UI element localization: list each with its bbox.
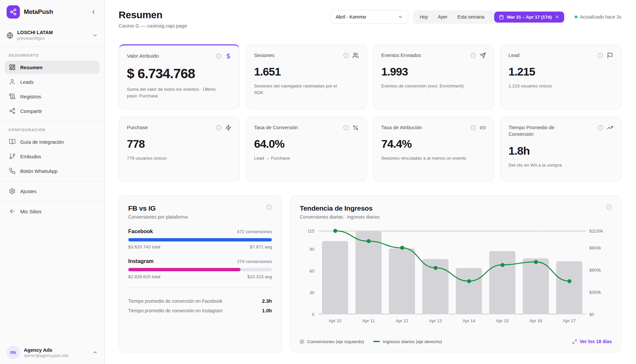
info-icon[interactable] <box>343 53 349 58</box>
kpi-title: Tasa de Conversión <box>254 124 298 131</box>
platform-bar-fill-0 <box>128 238 272 241</box>
info-icon[interactable] <box>606 204 612 210</box>
user-icon <box>9 78 16 85</box>
sidebar-item-resumen[interactable]: Resumen <box>5 61 100 74</box>
clear-date-range-icon[interactable] <box>555 15 559 19</box>
x-axis-label: Apr 16 <box>519 318 553 323</box>
status-text: Actualizado hace 3s <box>580 14 621 20</box>
kpi-description: Suma del valor de todos los eventos · Úl… <box>127 86 216 99</box>
sidebar-item-mis-sitios[interactable]: Mis Sitios <box>5 205 100 218</box>
info-icon[interactable] <box>216 125 222 130</box>
range-button-hoy[interactable]: Hoy <box>415 12 433 22</box>
sidebar-item-embudos[interactable]: Embudos <box>5 150 100 163</box>
axis-tick-label: $1130k <box>589 229 610 234</box>
scroll-icon <box>9 93 16 100</box>
time-value: 1.0h <box>262 308 272 313</box>
chevron-down-icon <box>398 14 403 20</box>
date-range-pill[interactable]: Mar 31 – Apr 17 (17d) <box>494 12 564 23</box>
info-icon[interactable] <box>343 125 349 130</box>
info-icon[interactable] <box>598 125 603 130</box>
fb-vs-ig-panel: FB vs IG Conversiones por plataforma Fac… <box>119 195 282 352</box>
globe-icon <box>7 32 13 39</box>
sidebar: MetaPush LOSCHI LATAM preview/d9gcx SEGU… <box>0 0 105 364</box>
line-point[interactable] <box>434 266 438 270</box>
legend-label: Conversiones (eje izquierdo) <box>307 339 364 344</box>
kpi-description: Sesiones vinculadas a al menos un evento <box>381 155 471 162</box>
kpi-title: Eventos Enviados <box>381 52 421 59</box>
platform-row-facebook: Facebook 472 conversiones $3.620.743 tot… <box>128 229 272 249</box>
kpi-card-tasa-conversion[interactable]: Tasa de Conversión 64.0% Lead → Purchase <box>246 117 367 182</box>
platform-name: Facebook <box>128 229 153 234</box>
brand-name: MetaPush <box>24 8 85 16</box>
kpi-card-purchase[interactable]: Purchase 778 778 usuarios únicos <box>119 117 240 182</box>
bottom-grid: FB vs IG Conversiones por plataforma Fac… <box>119 195 621 352</box>
sidebar-item-compartir[interactable]: Compartir <box>5 104 100 118</box>
trending-up-icon <box>607 125 613 131</box>
revenue-line <box>318 231 586 314</box>
kpi-value: 1.215 <box>508 65 613 78</box>
kpi-description: 778 usuarios únicos <box>127 155 216 162</box>
chevron-down-icon <box>92 33 98 38</box>
kpi-value: 778 <box>127 137 232 150</box>
axis-tick-label: 60 <box>301 268 314 273</box>
kpi-value: $ 6.734.768 <box>127 66 232 81</box>
kpi-card-sesiones[interactable]: Sesiones 1.651 Sesiones del navegador ra… <box>246 44 367 109</box>
line-point[interactable] <box>367 239 371 243</box>
kpi-value: 1.993 <box>381 65 486 78</box>
axis-tick-label: 30 <box>301 290 314 295</box>
sidebar-item-leads[interactable]: Leads <box>5 75 100 88</box>
account-menu[interactable]: PA Agency Ads admin@agencyads.site <box>0 340 104 364</box>
sidebar-item-ajustes[interactable]: Ajustes <box>5 184 100 198</box>
line-point[interactable] <box>333 229 337 233</box>
divider <box>128 287 272 287</box>
site-slug: preview/d9gcx <box>17 36 88 41</box>
kpi-card-eventos-enviados[interactable]: Eventos Enviados 1.993 Eventos de conver… <box>373 44 494 109</box>
brand-row: MetaPush <box>0 0 104 24</box>
info-icon[interactable] <box>598 53 603 58</box>
sidebar-section-configuracion: CONFIGURACIÓN <box>0 121 104 134</box>
sidebar-item-registros[interactable]: Registros <box>5 90 100 103</box>
view-all-days-link[interactable]: Ver los 18 días <box>572 339 612 344</box>
bar-swatch-icon <box>300 339 304 344</box>
panel-title: Tendencia de Ingresos <box>300 204 380 212</box>
sidebar-item-boton-whatsapp[interactable]: Botón WhatsApp <box>5 164 100 178</box>
expand-icon <box>572 339 577 344</box>
x-axis-label: Apr 13 <box>419 318 452 323</box>
sidebar-item-guia-integracion[interactable]: Guía de Integración <box>5 135 100 148</box>
x-axis-label: Apr 15 <box>486 318 519 323</box>
info-icon[interactable] <box>266 204 272 210</box>
kpi-card-tasa-atribucion[interactable]: Tasa de Atribución 74.4% Sesiones vincul… <box>373 117 494 182</box>
axis-tick-label: $300k <box>589 290 610 295</box>
project-select[interactable]: Abril - Kommo <box>331 10 408 24</box>
info-icon[interactable] <box>470 125 476 130</box>
line-point[interactable] <box>467 279 471 283</box>
send-icon <box>480 52 486 59</box>
chart-right-axis: $1130k$900k$600k$300k$0 <box>589 231 610 314</box>
line-point[interactable] <box>567 279 571 283</box>
info-icon[interactable] <box>216 53 222 59</box>
kpi-card-tiempo-promedio[interactable]: Tiempo Promedio de Conversión 1.8h Del c… <box>500 117 621 182</box>
user-email: admin@agencyads.site <box>24 353 88 358</box>
kpi-description: Lead → Purchase <box>254 155 344 162</box>
main-content: Resumen Casino G — casinog.capi.page Abr… <box>105 0 636 364</box>
range-button-ayer[interactable]: Ayer <box>433 12 452 22</box>
kpi-card-lead[interactable]: Lead 1.215 1.215 usuarios únicos <box>500 44 621 109</box>
book-open-icon <box>9 138 16 145</box>
line-point[interactable] <box>534 260 538 264</box>
range-button-esta-semana[interactable]: Esta semana <box>452 12 490 22</box>
site-selector[interactable]: LOSCHI LATAM preview/d9gcx <box>0 24 104 46</box>
expand-link-label: Ver los 18 días <box>580 339 612 344</box>
kpi-card-valor-atribuido[interactable]: Valor Atribuido $ 6.734.768 Suma del val… <box>119 44 240 109</box>
page-title-block: Resumen Casino G — casinog.capi.page <box>119 9 187 28</box>
time-label: Tiempo promedio de conversión en Faceboo… <box>128 298 222 304</box>
line-point[interactable] <box>400 246 404 250</box>
revenue-line-path <box>335 231 569 281</box>
platform-total: $2.828.625 total <box>128 274 160 279</box>
panel-title: FB vs IG <box>128 204 188 212</box>
sidebar-collapse-button[interactable] <box>89 8 98 16</box>
user-name: Agency Ads <box>24 347 88 353</box>
line-point[interactable] <box>501 263 504 267</box>
sidebar-item-label: Guía de Integración <box>20 139 64 145</box>
info-icon[interactable] <box>470 53 476 58</box>
x-axis-label: Apr 11 <box>352 318 385 323</box>
